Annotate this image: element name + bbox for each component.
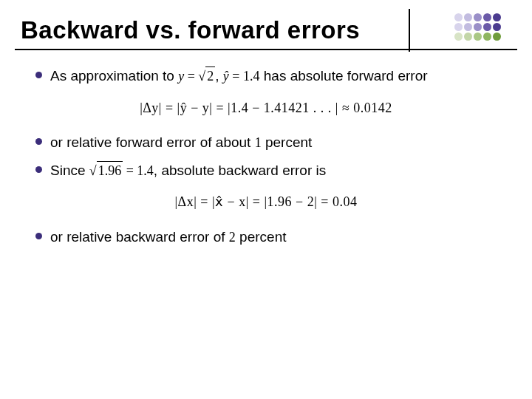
num: 2	[229, 230, 236, 245]
equation-backward-error: |Δx| = |x̂ − x| = |1.96 − 2| = 0.04	[35, 193, 497, 211]
var-y: y	[178, 69, 184, 83]
sqrt-arg: 2	[205, 66, 215, 85]
decorative-dots-icon	[454, 13, 501, 41]
eq-sign: =	[229, 69, 243, 83]
paragraph-2: or relative forward error of about 1 per…	[35, 133, 497, 152]
title-bar: Backward vs. forward errors	[0, 0, 532, 50]
math-inline: y = √2	[178, 69, 215, 83]
math-inline: ŷ = 1.4	[223, 69, 260, 83]
sqrt-icon: √	[89, 163, 97, 178]
eq-sign: =	[123, 163, 137, 178]
val: 1.4	[137, 163, 154, 178]
bullet-icon	[35, 72, 42, 78]
bullet-icon	[35, 233, 42, 239]
text: has absolute forward error	[259, 68, 427, 83]
text: ,	[215, 68, 223, 83]
eq-sign: =	[184, 69, 198, 83]
sqrt-arg: 1.96	[97, 161, 123, 180]
var-yhat: ŷ	[223, 69, 229, 83]
sqrt-icon: √	[198, 69, 205, 83]
text: percent	[262, 134, 313, 150]
text: Since	[50, 163, 89, 178]
num: 1	[255, 135, 262, 150]
paragraph-1: As approximation to y = √2, ŷ = 1.4 has …	[35, 66, 497, 86]
text: percent	[236, 229, 287, 245]
text: As approximation to	[50, 68, 178, 83]
title-underline	[15, 49, 517, 50]
paragraph-4: or relative backward error of 2 percent	[35, 228, 497, 247]
text: or relative backward error of	[50, 229, 229, 245]
text: or relative forward error of about	[50, 134, 255, 150]
vertical-divider	[409, 9, 410, 52]
bullet-icon	[35, 138, 42, 145]
text: , absolute backward error is	[154, 163, 326, 178]
bullet-icon	[35, 166, 42, 173]
val: 1.4	[243, 69, 260, 83]
slide-content: As approximation to y = √2, ŷ = 1.4 has …	[0, 50, 532, 246]
math-inline: √1.96 = 1.4	[89, 163, 154, 178]
paragraph-3: Since √1.96 = 1.4, absolute backward err…	[35, 161, 497, 180]
equation-forward-error: |Δy| = |ŷ − y| = |1.4 − 1.41421 . . . | …	[35, 99, 497, 117]
